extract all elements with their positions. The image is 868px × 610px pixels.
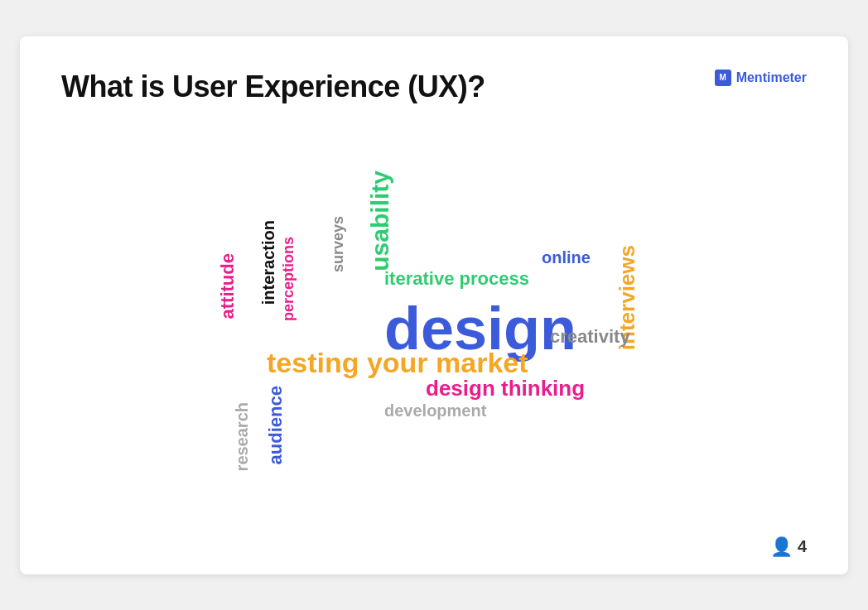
word-iterative-process: iterative process [384, 270, 529, 288]
word-audience: audience [267, 386, 285, 464]
slide-container: What is User Experience (UX)? M Mentimet… [20, 36, 848, 574]
word-design-thinking: design thinking [426, 377, 585, 399]
brand-icon: M [715, 70, 731, 86]
word-surveys: surveys [330, 216, 345, 272]
slide-title: What is User Experience (UX)? [61, 70, 485, 104]
brand-logo: M Mentimeter [715, 70, 807, 86]
word-online: online [542, 249, 591, 266]
word-research: research [234, 402, 250, 471]
word-testing-your-market: testing your market [267, 348, 528, 377]
participant-count-area: 👤 4 [770, 536, 807, 558]
word-cloud: designtesting your marketusabilityiterat… [144, 137, 724, 485]
people-icon: 👤 [770, 536, 793, 558]
word-interaction: interaction [260, 220, 277, 305]
word-development: development [384, 402, 486, 419]
word-usability: usability [368, 171, 393, 271]
word-attitude: attitude [219, 253, 237, 319]
word-perceptions: perceptions [281, 237, 296, 321]
brand-name: Mentimeter [736, 70, 807, 85]
slide-header: What is User Experience (UX)? M Mentimet… [61, 70, 807, 104]
participant-count: 4 [798, 537, 807, 556]
word-creativity: creativity [550, 328, 630, 346]
word-cloud-area: designtesting your marketusabilityiterat… [61, 121, 807, 502]
